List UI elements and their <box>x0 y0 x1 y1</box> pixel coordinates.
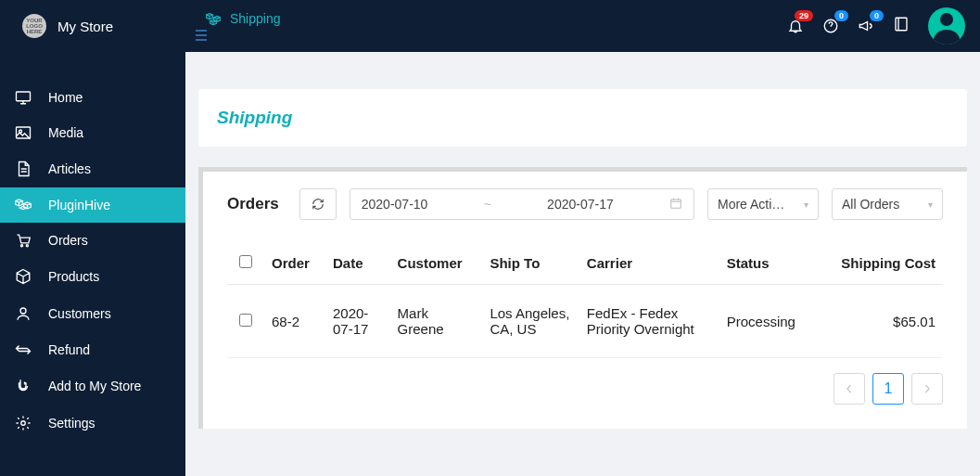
refund-icon <box>15 342 32 357</box>
notifications-badge: 29 <box>795 10 813 21</box>
sidebar-item-label: PluginHive <box>48 198 110 212</box>
chevron-down-icon: ▾ <box>804 199 808 210</box>
svg-point-7 <box>20 308 26 314</box>
pager-prev-button[interactable] <box>834 373 865 405</box>
refresh-button[interactable] <box>299 188 337 220</box>
sidebar-item-home[interactable]: Home <box>0 80 185 115</box>
box-icon <box>15 268 32 285</box>
cell-cost: $65.01 <box>816 285 943 358</box>
date-range-picker[interactable]: 2020-07-10 ~ 2020-07-17 <box>350 188 694 220</box>
chevron-left-icon <box>845 384 854 393</box>
settings-icon <box>15 415 32 431</box>
orders-toolbar: Orders 2020-07-10 ~ 2020-07-17 More Acti… <box>227 188 943 220</box>
sidebar-item-add-store[interactable]: Add to My Store <box>0 367 185 405</box>
svg-rect-1 <box>896 18 907 31</box>
sidebar: Home Media Articles PluginHive Orders Pr… <box>0 52 185 476</box>
logo-placeholder: YOUR LOGO HERE <box>22 14 46 38</box>
sidebar-item-label: Products <box>48 269 99 284</box>
pager-page-button[interactable]: 1 <box>872 373 904 405</box>
svg-point-8 <box>21 421 26 426</box>
document-icon <box>15 161 32 177</box>
image-icon <box>15 125 32 140</box>
cell-status: Processing <box>719 285 817 358</box>
docs-button[interactable] <box>893 16 910 36</box>
select-all-checkbox[interactable] <box>239 255 252 268</box>
sidebar-item-label: Add to My Store <box>48 379 141 393</box>
sidebar-item-label: Settings <box>48 416 95 431</box>
pointer-icon <box>15 378 32 394</box>
chevron-right-icon <box>923 384 932 393</box>
more-actions-label: More Acti… <box>718 197 784 212</box>
date-from: 2020-07-10 <box>362 197 428 212</box>
page-title-card: Shipping <box>198 89 967 147</box>
book-icon <box>893 16 910 32</box>
sidebar-item-label: Refund <box>48 342 90 357</box>
header-right: 29 0 0 <box>787 7 965 45</box>
svg-rect-9 <box>671 199 681 207</box>
sidebar-item-pluginhive[interactable]: PluginHive <box>0 187 185 223</box>
cart-icon <box>15 233 32 248</box>
page-title: Shipping <box>217 108 948 128</box>
announcements-button[interactable]: 0 <box>858 18 874 34</box>
logo-area: YOUR LOGO HERE My Store <box>0 14 185 38</box>
help-badge: 0 <box>834 10 848 21</box>
sidebar-item-customers[interactable]: Customers <box>0 295 185 332</box>
calendar-icon <box>669 197 682 212</box>
sidebar-item-label: Media <box>48 125 83 140</box>
top-shipping-link[interactable]: Shipping <box>185 7 281 28</box>
sidebar-item-media[interactable]: Media <box>0 115 185 150</box>
announcements-badge: 0 <box>870 10 884 21</box>
svg-point-6 <box>26 245 28 247</box>
sidebar-item-label: Articles <box>48 161 91 176</box>
col-shipto: Ship To <box>482 242 579 285</box>
sidebar-item-label: Home <box>48 90 83 105</box>
sidebar-item-label: Orders <box>48 233 88 248</box>
avatar-button[interactable] <box>928 7 965 45</box>
sidebar-item-label: Customers <box>48 306 111 321</box>
help-button[interactable]: 0 <box>822 18 839 34</box>
cubes-icon <box>206 12 221 25</box>
orders-table: Order Date Customer Ship To Carrier Stat… <box>227 242 943 358</box>
menu-toggle-icon[interactable] <box>185 28 281 45</box>
table-row: 68-2 2020-07-17 Mark Greene Los Angeles,… <box>227 285 943 358</box>
cell-date: 2020-07-17 <box>325 285 390 358</box>
sidebar-item-products[interactable]: Products <box>0 258 185 295</box>
chevron-down-icon: ▾ <box>928 199 933 210</box>
top-shipping-label: Shipping <box>230 11 281 26</box>
top-header: YOUR LOGO HERE My Store Shipping 29 0 0 <box>0 0 980 52</box>
cell-customer: Mark Greene <box>390 285 483 358</box>
orders-card: Orders 2020-07-10 ~ 2020-07-17 More Acti… <box>198 167 967 429</box>
store-name: My Store <box>57 19 113 34</box>
cubes-icon <box>15 198 32 212</box>
sidebar-item-refund[interactable]: Refund <box>0 332 185 367</box>
order-filter-dropdown[interactable]: All Orders ▾ <box>832 188 943 220</box>
date-to: 2020-07-17 <box>547 197 614 212</box>
main-content: Shipping Orders 2020-07-10 ~ 2020-07-17 <box>185 52 980 476</box>
cell-carrier: FedEx - Fedex Priority Overnight <box>579 285 719 358</box>
notifications-button[interactable]: 29 <box>787 18 804 34</box>
pagination: 1 <box>227 373 943 405</box>
col-customer: Customer <box>390 242 483 285</box>
svg-rect-2 <box>17 92 31 101</box>
sidebar-item-orders[interactable]: Orders <box>0 223 185 258</box>
display-icon <box>15 90 32 105</box>
sidebar-item-articles[interactable]: Articles <box>0 150 185 187</box>
refresh-icon <box>312 198 325 211</box>
row-checkbox[interactable] <box>239 314 252 327</box>
table-header-row: Order Date Customer Ship To Carrier Stat… <box>227 242 943 285</box>
cell-shipto: Los Angeles, CA, US <box>482 285 579 358</box>
user-icon <box>15 305 32 322</box>
select-all-col <box>227 242 264 285</box>
col-cost: Shipping Cost <box>816 242 943 285</box>
svg-point-5 <box>20 245 22 247</box>
col-order: Order <box>264 242 325 285</box>
order-filter-label: All Orders <box>842 197 899 212</box>
orders-table-wrap: Order Date Customer Ship To Carrier Stat… <box>227 242 943 358</box>
pager-next-button[interactable] <box>911 373 943 405</box>
col-status: Status <box>719 242 817 285</box>
col-date: Date <box>325 242 390 285</box>
col-carrier: Carrier <box>579 242 719 285</box>
more-actions-dropdown[interactable]: More Acti… ▾ <box>707 188 819 220</box>
top-nav: Shipping <box>185 7 281 45</box>
sidebar-item-settings[interactable]: Settings <box>0 405 185 442</box>
